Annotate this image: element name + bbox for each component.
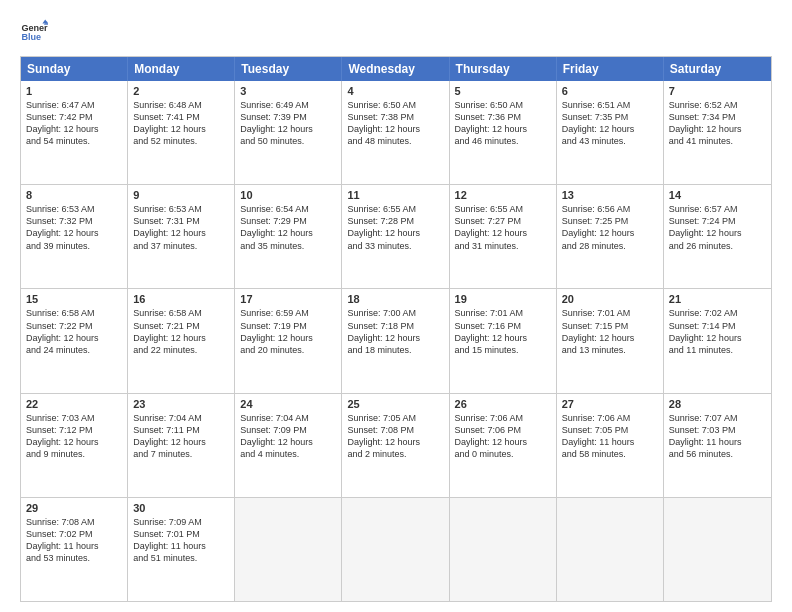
cell-details: Sunrise: 7:05 AMSunset: 7:08 PMDaylight:… xyxy=(347,412,443,461)
cell-details: Sunrise: 7:04 AMSunset: 7:09 PMDaylight:… xyxy=(240,412,336,461)
day-number: 6 xyxy=(562,85,658,97)
calendar-body: 1Sunrise: 6:47 AMSunset: 7:42 PMDaylight… xyxy=(21,81,771,601)
day-number: 7 xyxy=(669,85,766,97)
page: General Blue SundayMondayTuesdayWednesda… xyxy=(0,0,792,612)
calendar-cell: 30Sunrise: 7:09 AMSunset: 7:01 PMDayligh… xyxy=(128,498,235,601)
calendar-cell: 28Sunrise: 7:07 AMSunset: 7:03 PMDayligh… xyxy=(664,394,771,497)
calendar-cell xyxy=(235,498,342,601)
cell-details: Sunrise: 6:56 AMSunset: 7:25 PMDaylight:… xyxy=(562,203,658,252)
calendar-row-4: 22Sunrise: 7:03 AMSunset: 7:12 PMDayligh… xyxy=(21,393,771,497)
day-number: 21 xyxy=(669,293,766,305)
cell-details: Sunrise: 6:57 AMSunset: 7:24 PMDaylight:… xyxy=(669,203,766,252)
cell-details: Sunrise: 6:50 AMSunset: 7:36 PMDaylight:… xyxy=(455,99,551,148)
day-number: 28 xyxy=(669,398,766,410)
cell-details: Sunrise: 6:55 AMSunset: 7:27 PMDaylight:… xyxy=(455,203,551,252)
day-number: 20 xyxy=(562,293,658,305)
day-number: 16 xyxy=(133,293,229,305)
cell-details: Sunrise: 6:53 AMSunset: 7:32 PMDaylight:… xyxy=(26,203,122,252)
header: General Blue xyxy=(20,18,772,46)
calendar-row-2: 8Sunrise: 6:53 AMSunset: 7:32 PMDaylight… xyxy=(21,184,771,288)
cell-details: Sunrise: 6:58 AMSunset: 7:22 PMDaylight:… xyxy=(26,307,122,356)
weekday-header-wednesday: Wednesday xyxy=(342,57,449,81)
cell-details: Sunrise: 6:52 AMSunset: 7:34 PMDaylight:… xyxy=(669,99,766,148)
day-number: 18 xyxy=(347,293,443,305)
cell-details: Sunrise: 7:06 AMSunset: 7:05 PMDaylight:… xyxy=(562,412,658,461)
weekday-header-tuesday: Tuesday xyxy=(235,57,342,81)
cell-details: Sunrise: 6:59 AMSunset: 7:19 PMDaylight:… xyxy=(240,307,336,356)
calendar-cell xyxy=(557,498,664,601)
day-number: 23 xyxy=(133,398,229,410)
cell-details: Sunrise: 6:58 AMSunset: 7:21 PMDaylight:… xyxy=(133,307,229,356)
day-number: 10 xyxy=(240,189,336,201)
day-number: 24 xyxy=(240,398,336,410)
day-number: 9 xyxy=(133,189,229,201)
cell-details: Sunrise: 7:00 AMSunset: 7:18 PMDaylight:… xyxy=(347,307,443,356)
cell-details: Sunrise: 7:01 AMSunset: 7:16 PMDaylight:… xyxy=(455,307,551,356)
calendar-cell: 8Sunrise: 6:53 AMSunset: 7:32 PMDaylight… xyxy=(21,185,128,288)
day-number: 13 xyxy=(562,189,658,201)
day-number: 29 xyxy=(26,502,122,514)
cell-details: Sunrise: 7:08 AMSunset: 7:02 PMDaylight:… xyxy=(26,516,122,565)
day-number: 25 xyxy=(347,398,443,410)
calendar-row-3: 15Sunrise: 6:58 AMSunset: 7:22 PMDayligh… xyxy=(21,288,771,392)
weekday-header-sunday: Sunday xyxy=(21,57,128,81)
calendar-cell: 3Sunrise: 6:49 AMSunset: 7:39 PMDaylight… xyxy=(235,81,342,184)
calendar-cell xyxy=(664,498,771,601)
day-number: 11 xyxy=(347,189,443,201)
cell-details: Sunrise: 6:54 AMSunset: 7:29 PMDaylight:… xyxy=(240,203,336,252)
cell-details: Sunrise: 7:03 AMSunset: 7:12 PMDaylight:… xyxy=(26,412,122,461)
day-number: 8 xyxy=(26,189,122,201)
calendar: SundayMondayTuesdayWednesdayThursdayFrid… xyxy=(20,56,772,602)
cell-details: Sunrise: 6:51 AMSunset: 7:35 PMDaylight:… xyxy=(562,99,658,148)
calendar-cell xyxy=(450,498,557,601)
cell-details: Sunrise: 6:48 AMSunset: 7:41 PMDaylight:… xyxy=(133,99,229,148)
calendar-header: SundayMondayTuesdayWednesdayThursdayFrid… xyxy=(21,57,771,81)
calendar-cell: 26Sunrise: 7:06 AMSunset: 7:06 PMDayligh… xyxy=(450,394,557,497)
calendar-cell: 15Sunrise: 6:58 AMSunset: 7:22 PMDayligh… xyxy=(21,289,128,392)
day-number: 19 xyxy=(455,293,551,305)
calendar-row-1: 1Sunrise: 6:47 AMSunset: 7:42 PMDaylight… xyxy=(21,81,771,184)
weekday-header-thursday: Thursday xyxy=(450,57,557,81)
calendar-cell: 22Sunrise: 7:03 AMSunset: 7:12 PMDayligh… xyxy=(21,394,128,497)
calendar-row-5: 29Sunrise: 7:08 AMSunset: 7:02 PMDayligh… xyxy=(21,497,771,601)
logo: General Blue xyxy=(20,18,48,46)
calendar-cell: 11Sunrise: 6:55 AMSunset: 7:28 PMDayligh… xyxy=(342,185,449,288)
day-number: 15 xyxy=(26,293,122,305)
weekday-header-friday: Friday xyxy=(557,57,664,81)
day-number: 14 xyxy=(669,189,766,201)
calendar-cell: 6Sunrise: 6:51 AMSunset: 7:35 PMDaylight… xyxy=(557,81,664,184)
cell-details: Sunrise: 6:47 AMSunset: 7:42 PMDaylight:… xyxy=(26,99,122,148)
cell-details: Sunrise: 7:04 AMSunset: 7:11 PMDaylight:… xyxy=(133,412,229,461)
cell-details: Sunrise: 7:06 AMSunset: 7:06 PMDaylight:… xyxy=(455,412,551,461)
calendar-cell: 2Sunrise: 6:48 AMSunset: 7:41 PMDaylight… xyxy=(128,81,235,184)
calendar-cell: 27Sunrise: 7:06 AMSunset: 7:05 PMDayligh… xyxy=(557,394,664,497)
cell-details: Sunrise: 6:55 AMSunset: 7:28 PMDaylight:… xyxy=(347,203,443,252)
day-number: 22 xyxy=(26,398,122,410)
day-number: 26 xyxy=(455,398,551,410)
cell-details: Sunrise: 6:50 AMSunset: 7:38 PMDaylight:… xyxy=(347,99,443,148)
svg-text:Blue: Blue xyxy=(21,32,41,42)
cell-details: Sunrise: 7:07 AMSunset: 7:03 PMDaylight:… xyxy=(669,412,766,461)
calendar-cell: 17Sunrise: 6:59 AMSunset: 7:19 PMDayligh… xyxy=(235,289,342,392)
day-number: 27 xyxy=(562,398,658,410)
calendar-cell: 18Sunrise: 7:00 AMSunset: 7:18 PMDayligh… xyxy=(342,289,449,392)
day-number: 2 xyxy=(133,85,229,97)
calendar-cell: 10Sunrise: 6:54 AMSunset: 7:29 PMDayligh… xyxy=(235,185,342,288)
calendar-cell: 29Sunrise: 7:08 AMSunset: 7:02 PMDayligh… xyxy=(21,498,128,601)
cell-details: Sunrise: 6:49 AMSunset: 7:39 PMDaylight:… xyxy=(240,99,336,148)
day-number: 12 xyxy=(455,189,551,201)
calendar-cell: 21Sunrise: 7:02 AMSunset: 7:14 PMDayligh… xyxy=(664,289,771,392)
calendar-cell: 12Sunrise: 6:55 AMSunset: 7:27 PMDayligh… xyxy=(450,185,557,288)
calendar-cell: 25Sunrise: 7:05 AMSunset: 7:08 PMDayligh… xyxy=(342,394,449,497)
calendar-cell: 14Sunrise: 6:57 AMSunset: 7:24 PMDayligh… xyxy=(664,185,771,288)
svg-text:General: General xyxy=(21,23,48,33)
day-number: 17 xyxy=(240,293,336,305)
day-number: 30 xyxy=(133,502,229,514)
calendar-cell: 4Sunrise: 6:50 AMSunset: 7:38 PMDaylight… xyxy=(342,81,449,184)
day-number: 4 xyxy=(347,85,443,97)
calendar-cell: 9Sunrise: 6:53 AMSunset: 7:31 PMDaylight… xyxy=(128,185,235,288)
calendar-cell: 23Sunrise: 7:04 AMSunset: 7:11 PMDayligh… xyxy=(128,394,235,497)
calendar-cell: 19Sunrise: 7:01 AMSunset: 7:16 PMDayligh… xyxy=(450,289,557,392)
calendar-cell: 13Sunrise: 6:56 AMSunset: 7:25 PMDayligh… xyxy=(557,185,664,288)
calendar-cell: 16Sunrise: 6:58 AMSunset: 7:21 PMDayligh… xyxy=(128,289,235,392)
